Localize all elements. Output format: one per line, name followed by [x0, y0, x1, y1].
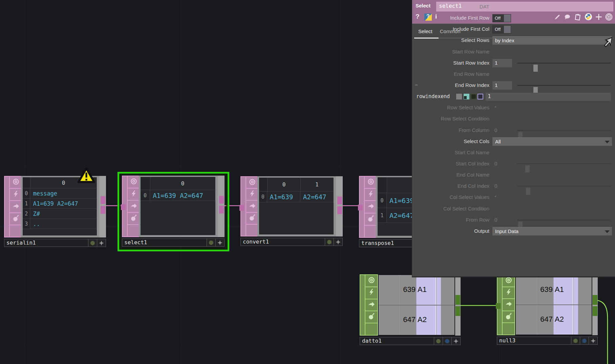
icon-cell[interactable]: [10, 189, 22, 201]
table-row: 0A1=639 A2=647: [141, 190, 215, 201]
output-connector[interactable]: [101, 206, 105, 214]
node-name[interactable]: select1: [122, 238, 207, 247]
icon-cell[interactable]: [246, 201, 258, 212]
viewer-flag-button[interactable]: [571, 337, 580, 345]
clone-flag-button[interactable]: [452, 337, 461, 345]
param-row-output: OutputInput Data: [412, 226, 615, 237]
node-name[interactable]: null3: [497, 337, 571, 345]
node-table-preview[interactable]: 00message1A1=639 A2=6472Z#3..: [23, 177, 97, 235]
toggle-state-label: Off: [493, 26, 504, 33]
param-mode-expression-chip[interactable]: [464, 94, 469, 99]
viewer-icon: [249, 178, 256, 187]
param-label: Select Rows: [461, 37, 489, 43]
param-toggle[interactable]: Off: [492, 14, 511, 22]
table-corner-cell: [141, 177, 150, 190]
output-connector[interactable]: [337, 206, 342, 214]
clone-flag-button[interactable]: [97, 239, 106, 247]
icon-cell[interactable]: [365, 311, 377, 323]
node-name[interactable]: serialin1: [4, 239, 88, 247]
icon-cell[interactable]: [365, 213, 377, 226]
warning-icon[interactable]: [77, 167, 96, 185]
input-connector[interactable]: [121, 204, 126, 210]
icon-cell[interactable]: [10, 201, 22, 213]
output-connector[interactable]: [593, 295, 597, 305]
icon-cell[interactable]: [365, 275, 377, 287]
viewer-flag-button[interactable]: [434, 337, 443, 345]
param-value-field[interactable]: 1: [492, 59, 512, 67]
param-slider-track[interactable]: [517, 163, 611, 164]
node-channel-preview[interactable]: 639A1647A2: [379, 275, 454, 335]
output-connector[interactable]: [337, 197, 342, 204]
input-connector[interactable]: [358, 205, 363, 210]
param-expander[interactable]: −: [415, 82, 418, 88]
param-value-field[interactable]: 1: [492, 81, 512, 90]
param-label: Start Col Name: [454, 150, 489, 155]
icon-cell[interactable]: [503, 311, 514, 323]
param-row-dat-header: DAT: [412, 1, 615, 13]
param-row-endcolindex: End Col Index0: [412, 181, 615, 192]
icon-cell[interactable]: [365, 177, 377, 189]
param-row-startrowname: Start Row Name: [412, 46, 615, 58]
viewer-flag-button[interactable]: [325, 238, 334, 246]
node-table-preview[interactable]: 00A1=639 A2=647: [141, 177, 215, 235]
node-name-bar: serialin1: [4, 239, 106, 247]
icon-cell[interactable]: [365, 299, 377, 312]
node-name-bar: convert1: [240, 238, 343, 246]
clone-flag-button[interactable]: [334, 238, 343, 246]
viewer-flag-button[interactable]: [207, 238, 216, 247]
node-name[interactable]: convert1: [240, 238, 325, 246]
icon-cell[interactable]: [246, 189, 258, 201]
output-connector[interactable]: [219, 196, 224, 204]
param-mode-constant-chip[interactable]: [456, 94, 462, 99]
input-connector[interactable]: [239, 205, 244, 211]
input-connector[interactable]: [496, 303, 501, 309]
clone-flag-button[interactable]: [589, 337, 598, 345]
node-right-strip: [592, 274, 598, 335]
icon-cell[interactable]: [128, 188, 140, 201]
clone-flag-button[interactable]: [216, 238, 225, 247]
icon-cell[interactable]: [365, 189, 377, 201]
param-dropdown[interactable]: by Index: [492, 36, 612, 45]
icon-cell[interactable]: [246, 177, 258, 189]
param-mode-python-chip[interactable]: [478, 94, 483, 99]
table-row-index: 0: [378, 193, 387, 208]
param-slider-track[interactable]: [517, 63, 611, 64]
audio-flag-button[interactable]: [580, 337, 589, 345]
output-connector[interactable]: [219, 206, 224, 213]
icon-cell[interactable]: [128, 176, 140, 188]
output-connector[interactable]: [593, 306, 597, 316]
node-name[interactable]: datto1: [360, 337, 434, 345]
icon-cell[interactable]: [503, 299, 514, 311]
icon-cell[interactable]: [128, 201, 140, 213]
output-connector[interactable]: [455, 295, 460, 305]
table-cell: A1=639 A2=647: [30, 199, 97, 208]
icon-cell[interactable]: [10, 213, 22, 225]
param-row-includefirstrow: Include First RowOff: [412, 13, 615, 24]
icon-cell[interactable]: [365, 287, 377, 299]
audio-flag-button[interactable]: [443, 337, 452, 345]
param-value: 0: [494, 183, 497, 189]
icon-cell[interactable]: [10, 177, 22, 189]
node-channel-preview[interactable]: 639A1647A2: [516, 275, 592, 335]
param-value: 0: [494, 127, 497, 133]
icon-cell[interactable]: [128, 213, 140, 225]
node-table-preview[interactable]: 010A1=639A2=647: [259, 178, 334, 234]
icon-cell[interactable]: [365, 201, 377, 213]
param-label: Col Select Values: [450, 194, 489, 200]
param-dropdown[interactable]: Input Data: [492, 227, 612, 235]
param-slider-track[interactable]: [517, 186, 611, 187]
param-mode-export-chip[interactable]: [471, 94, 476, 99]
output-connector[interactable]: [455, 306, 460, 316]
param-slider-track[interactable]: [517, 220, 611, 221]
param-row-selectcols: Select ColsAll: [412, 136, 615, 147]
viewer-flag-button[interactable]: [88, 239, 97, 247]
param-expr-field[interactable]: 1: [486, 93, 611, 101]
param-row-endrowname: End Row Name: [412, 69, 615, 80]
param-slider-track[interactable]: [517, 85, 611, 86]
output-connector[interactable]: [101, 196, 105, 204]
param-slider-track[interactable]: [517, 130, 611, 131]
icon-cell[interactable]: [246, 213, 258, 225]
param-toggle[interactable]: Off: [492, 25, 511, 33]
icon-cell[interactable]: [503, 287, 514, 299]
param-dropdown[interactable]: All: [492, 137, 612, 146]
